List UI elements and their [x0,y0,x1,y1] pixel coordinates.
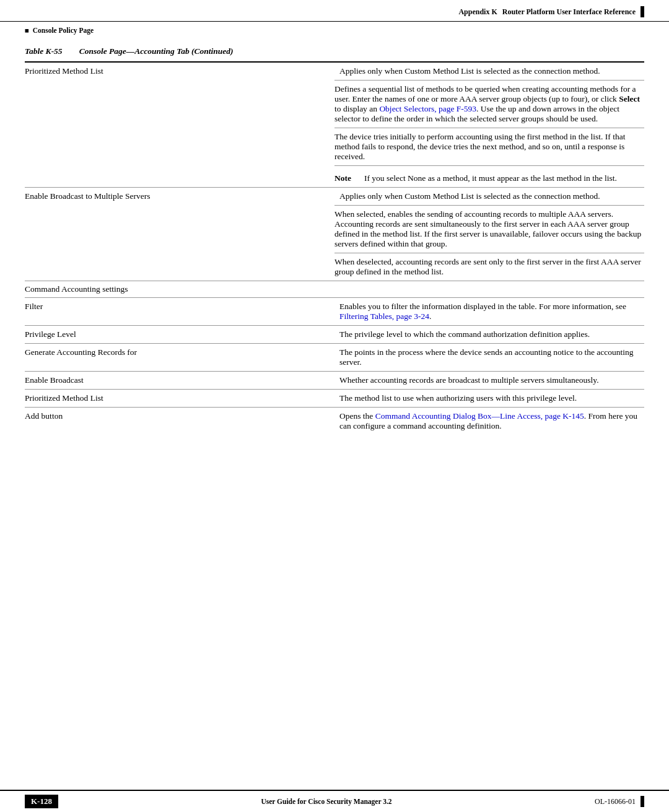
note-text: If you select None as a method, it must … [364,173,617,183]
header-sub-left: ■ Console Policy Page [0,24,669,40]
table-id: Table K-55 [25,46,63,56]
header-title: Router Platform User Interface Reference [502,7,636,17]
footer-bar-icon [641,796,644,807]
filtering-tables-link[interactable]: Filtering Tables, page 3-24 [339,312,429,321]
command-accounting-link[interactable]: Command Accounting Dialog Box—Line Acces… [375,411,584,421]
desc-enable-broadcast: Whether accounting records are broadcast… [334,372,644,390]
section-header-row: Command Accounting settings [25,281,644,298]
doc-number: OL-16066-01 [595,797,636,806]
note-block: Note If you select None as a method, it … [334,173,644,183]
desc-prioritized-2: Defines a sequential list of methods to … [334,81,644,128]
doc-table: Prioritized Method List Applies only whe… [25,61,644,435]
footer-left: K-128 [25,795,58,808]
term-prioritized-method-list: Prioritized Method List [25,62,334,188]
table-title: Table K-55 Console Page—Accounting Tab (… [25,40,644,61]
footer-center: User Guide for Cisco Security Manager 3.… [58,798,595,805]
table-row: Generate Accounting Records for The poin… [25,344,644,372]
term-privilege-level: Privilege Level [25,326,334,344]
main-content: Table K-55 Console Page—Accounting Tab (… [0,40,669,447]
term-enable-broadcast-multiple: Enable Broadcast to Multiple Servers [25,188,334,281]
desc-generate-accounting: The points in the process where the devi… [334,344,644,372]
page-number-badge: K-128 [25,795,58,808]
table-heading: Console Page—Accounting Tab (Continued) [79,46,234,56]
section-header-label: Command Accounting settings [25,281,644,298]
term-enable-broadcast: Enable Broadcast [25,372,334,390]
table-row: Filter Enables you to filter the informa… [25,298,644,326]
table-row: Enable Broadcast to Multiple Servers App… [25,188,644,206]
term-generate-accounting: Generate Accounting Records for [25,344,334,372]
footer-right: OL-16066-01 [595,796,644,807]
table-row: Enable Broadcast Whether accounting reco… [25,372,644,390]
table-row: Prioritized Method List Applies only whe… [25,62,644,81]
desc-prioritized-note: Note If you select None as a method, it … [334,166,644,188]
black-square-icon: ■ [25,27,29,34]
console-policy-label: Console Policy Page [33,27,94,34]
page-footer: K-128 User Guide for Cisco Security Mana… [0,790,669,812]
object-selectors-link[interactable]: Object Selectors, page F-593 [379,104,476,113]
desc-broadcast-2: When selected, enables the sending of ac… [334,206,644,253]
table-row: Prioritized Method List The method list … [25,390,644,408]
guide-title: User Guide for Cisco Security Manager 3.… [261,798,391,805]
table-row: Privilege Level The privilege level to w… [25,326,644,344]
term-prioritized-method-list-2: Prioritized Method List [25,390,334,408]
header-right: Appendix K Router Platform User Interfac… [458,6,644,17]
header-bar-icon [641,6,644,17]
table-row: Add button Opens the Command Accounting … [25,408,644,435]
desc-prioritized-method-list-2: The method list to use when authorizing … [334,390,644,408]
term-add-button: Add button [25,408,334,435]
page-header: Appendix K Router Platform User Interfac… [0,0,669,22]
desc-broadcast-1: Applies only when Custom Method List is … [334,188,644,206]
desc-prioritized-1: Applies only when Custom Method List is … [334,62,644,81]
desc-privilege-level: The privilege level to which the command… [334,326,644,344]
desc-broadcast-3: When deselected, accounting records are … [334,253,644,281]
term-filter: Filter [25,298,334,326]
desc-add-button: Opens the Command Accounting Dialog Box—… [334,408,644,435]
note-label: Note [334,173,358,183]
appendix-label: Appendix K [458,7,497,17]
desc-filter: Enables you to filter the information di… [334,298,644,326]
desc-prioritized-3: The device tries initially to perform ac… [334,128,644,166]
